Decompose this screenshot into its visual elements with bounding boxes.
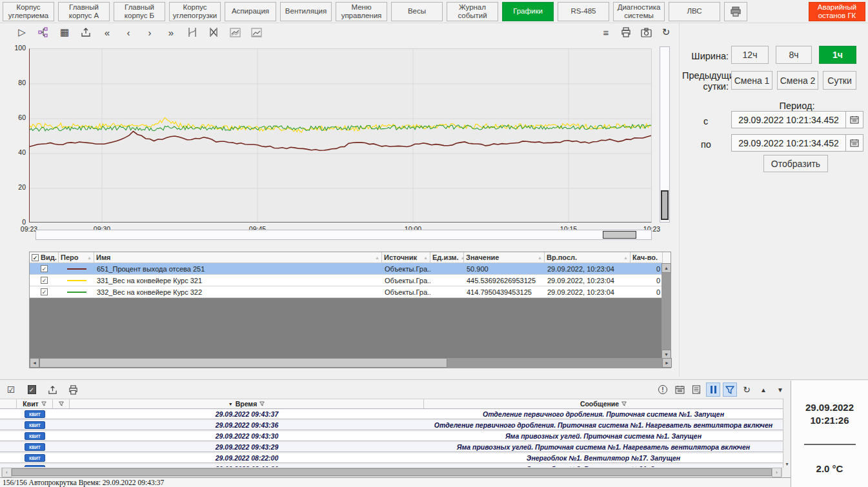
- header-value[interactable]: Значение▲: [464, 252, 545, 263]
- emergency-stop-button[interactable]: Аварийный останов ГК: [809, 2, 865, 21]
- journal-document-icon[interactable]: [689, 383, 703, 397]
- list-item[interactable]: КВИТ 29.09.2022 09:43:36 Отделение перви…: [0, 421, 783, 430]
- pause-autoscroll-icon[interactable]: [706, 383, 720, 397]
- log-refresh-icon[interactable]: ↻: [740, 383, 754, 397]
- filter-icon[interactable]: [41, 401, 46, 406]
- width-1h-button-active[interactable]: 1ч: [819, 46, 856, 64]
- log-print-icon[interactable]: [66, 383, 80, 397]
- zoom-cancel-icon[interactable]: [208, 26, 219, 38]
- chart-horizontal-scrollbar[interactable]: [35, 230, 652, 240]
- nav-button-glavny-korpus-a[interactable]: Главный корпус А: [58, 2, 110, 21]
- table-row[interactable]: ✓ 332_Вес на конвейере Курс 322 Объекты.…: [30, 286, 671, 298]
- list-item[interactable]: КВИТ 29.09.2022 08:22:00 Энергоблок №1. …: [0, 453, 783, 463]
- nav-button-menu-upravleniya[interactable]: Меню управления: [336, 2, 387, 21]
- series-table-hscroll-thumb[interactable]: [39, 358, 447, 368]
- export-icon[interactable]: [80, 26, 92, 38]
- filter-icon[interactable]: [723, 383, 737, 397]
- width-12h-button[interactable]: 12ч: [731, 46, 769, 64]
- alarm-warning-icon[interactable]: !: [656, 383, 670, 397]
- log-header-time[interactable]: ▼ Время: [70, 399, 424, 408]
- full-day-button[interactable]: Сутки: [823, 71, 856, 90]
- row-checkbox[interactable]: ✓: [41, 288, 48, 295]
- zoom-time-axis-icon[interactable]: [187, 26, 198, 38]
- log-header-ack[interactable]: Квит: [17, 399, 53, 408]
- nav-button-ventilyatsiya[interactable]: Вентиляция: [280, 2, 332, 21]
- ack-button[interactable]: КВИТ: [25, 432, 45, 440]
- fast-forward-icon[interactable]: »: [165, 26, 177, 38]
- list-item[interactable]: КВИТ 29.09.2022 08:19:39 Энергоблок №2. …: [0, 464, 783, 467]
- chart-hscroll-thumb[interactable]: [603, 231, 636, 239]
- nav-button-rs485[interactable]: RS-485: [558, 2, 609, 21]
- period-from-field[interactable]: 29.09.2022 10:21:34.452: [731, 111, 863, 128]
- chart-vertical-scrollbar[interactable]: [660, 46, 670, 223]
- shift2-button[interactable]: Смена 2: [777, 71, 818, 90]
- print-screen-button[interactable]: [724, 2, 747, 21]
- list-item[interactable]: КВИТ 29.09.2022 09:43:30 Яма привозных у…: [0, 432, 783, 441]
- log-export-icon[interactable]: [45, 383, 59, 397]
- backward-icon[interactable]: ‹: [123, 26, 134, 38]
- log-hscroll-thumb[interactable]: [12, 468, 772, 476]
- log-header-message[interactable]: Сообщение: [424, 399, 783, 408]
- row-checkbox[interactable]: ✓: [41, 265, 48, 272]
- nav-button-grafiki-active[interactable]: Графики: [502, 2, 554, 21]
- list-item[interactable]: КВИТ 29.09.2022 09:43:37 Отделение перви…: [0, 410, 783, 419]
- log-vertical-scrollbar[interactable]: ▼: [783, 399, 791, 468]
- nav-button-lvs[interactable]: ЛВС: [669, 2, 720, 21]
- ack-button[interactable]: КВИТ: [25, 465, 45, 467]
- log-header-flag[interactable]: [53, 399, 70, 408]
- table-icon[interactable]: ▦: [59, 26, 70, 38]
- nav-button-vesy[interactable]: Весы: [391, 2, 443, 21]
- display-button[interactable]: Отобразить: [763, 155, 828, 172]
- header-source[interactable]: Источник▲: [382, 252, 430, 263]
- scroll-right-arrow[interactable]: ►: [662, 358, 672, 368]
- filter-icon[interactable]: [621, 401, 627, 406]
- log-calendar-icon[interactable]: [672, 383, 687, 397]
- ack-button[interactable]: КВИТ: [25, 410, 45, 418]
- nav-button-zhurnal-sobyty[interactable]: Журнал событий: [447, 2, 498, 21]
- header-quality[interactable]: Кач-во.: [631, 252, 663, 263]
- table-row[interactable]: ✓ 331_Вес на конвейере Курс 321 Объекты.…: [30, 275, 671, 286]
- chart-plot[interactable]: [29, 48, 652, 223]
- scroll-up-arrow[interactable]: ▲: [661, 263, 671, 273]
- nav-button-diagnostika[interactable]: Диагностика системы: [613, 2, 665, 21]
- log-scroll-bottom-icon[interactable]: ▼: [773, 383, 787, 397]
- width-8h-button[interactable]: 8ч: [776, 46, 812, 64]
- header-visible[interactable]: ✓ Вид. ▲: [30, 252, 59, 263]
- header-name[interactable]: Имя▲: [94, 252, 382, 263]
- header-unit[interactable]: Ед.изм.▲: [430, 252, 464, 263]
- series-table-horizontal-scrollbar[interactable]: ◄ ►: [30, 358, 672, 368]
- tree-icon[interactable]: [37, 26, 49, 38]
- header-checkbox[interactable]: ✓: [32, 254, 39, 261]
- period-to-field[interactable]: 29.09.2022 10:21:34.452: [731, 134, 863, 152]
- period-to-calendar-button[interactable]: [845, 135, 863, 151]
- chart-areas-icon[interactable]: [250, 26, 262, 38]
- header-last-time[interactable]: Вр.посл.▲: [545, 252, 631, 263]
- refresh-icon[interactable]: ↻: [660, 26, 672, 38]
- scroll-right-arrow[interactable]: ›: [772, 468, 782, 477]
- shift1-button[interactable]: Смена 1: [731, 71, 772, 90]
- header-pen[interactable]: Перо▲: [59, 252, 94, 263]
- snapshot-camera-icon[interactable]: [640, 26, 652, 38]
- fast-backward-icon[interactable]: «: [101, 26, 113, 38]
- scroll-left-arrow[interactable]: ◄: [30, 358, 39, 368]
- ack-selected-icon[interactable]: ☑: [4, 383, 18, 397]
- series-table-vertical-scrollbar[interactable]: ▲ ▼: [661, 263, 671, 359]
- ack-all-icon[interactable]: ✓: [25, 383, 39, 397]
- scroll-down-arrow[interactable]: ▼: [785, 462, 789, 466]
- print-chart-icon[interactable]: [620, 26, 632, 38]
- log-scroll-top-icon[interactable]: ▲: [756, 383, 771, 397]
- play-icon[interactable]: ▷: [16, 26, 28, 38]
- table-row[interactable]: ✓ 651_Процент выхода отсева 251 Объекты.…: [30, 263, 671, 275]
- nav-button-korpus-uglepriema[interactable]: Корпус углеприема: [3, 2, 54, 21]
- row-checkbox[interactable]: ✓: [41, 277, 48, 284]
- period-from-calendar-button[interactable]: [845, 112, 863, 128]
- forward-icon[interactable]: ›: [144, 26, 156, 38]
- ack-button[interactable]: КВИТ: [25, 443, 45, 451]
- scroll-left-arrow[interactable]: ‹: [2, 468, 12, 477]
- legend-list-icon[interactable]: ≡: [600, 26, 612, 38]
- chart-compare-icon[interactable]: [229, 26, 241, 38]
- nav-button-glavny-korpus-b[interactable]: Главный корпус Б: [114, 2, 165, 21]
- ack-button[interactable]: КВИТ: [25, 421, 45, 429]
- filter-icon[interactable]: [59, 401, 64, 406]
- chart-vscroll-thumb[interactable]: [661, 190, 669, 220]
